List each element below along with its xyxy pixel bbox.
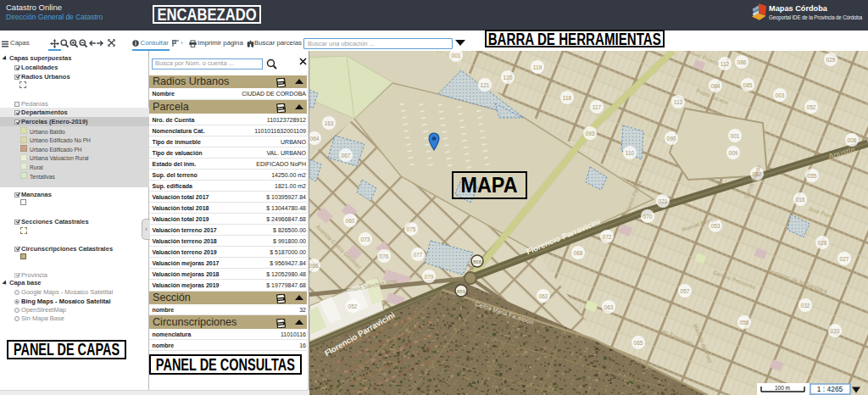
- svg-text:077: 077: [414, 252, 423, 258]
- svg-text:009: 009: [729, 150, 738, 156]
- svg-text:084: 084: [711, 83, 721, 89]
- svg-text:016: 016: [796, 197, 805, 203]
- svg-text:063: 063: [604, 304, 614, 310]
- svg-text:085: 085: [743, 82, 753, 88]
- svg-text:868: 868: [473, 259, 482, 264]
- svg-text:086: 086: [737, 59, 747, 65]
- svg-text:003: 003: [776, 92, 785, 98]
- svg-text:072: 072: [603, 234, 612, 240]
- svg-text:052: 052: [348, 303, 358, 309]
- svg-text:070: 070: [643, 214, 653, 220]
- svg-text:1 : 4265: 1 : 4265: [817, 385, 843, 393]
- svg-text:052: 052: [807, 104, 816, 110]
- svg-text:859: 859: [457, 289, 466, 294]
- svg-text:062: 062: [539, 293, 548, 299]
- svg-text:110: 110: [626, 150, 635, 156]
- svg-text:120: 120: [504, 75, 513, 81]
- svg-text:008: 008: [848, 137, 857, 143]
- svg-text:066: 066: [309, 263, 319, 269]
- svg-text:055: 055: [808, 173, 817, 179]
- svg-text:076: 076: [380, 253, 389, 259]
- svg-text:065: 065: [634, 340, 643, 346]
- svg-text:100 m: 100 m: [775, 385, 790, 391]
- svg-text:117: 117: [593, 104, 602, 110]
- svg-text:053: 053: [711, 223, 721, 229]
- svg-text:001: 001: [452, 53, 461, 58]
- svg-text:060: 060: [346, 218, 355, 224]
- svg-text:033: 033: [831, 328, 840, 334]
- svg-text:116: 116: [563, 95, 572, 101]
- svg-text:021: 021: [659, 198, 668, 204]
- svg-text:057: 057: [681, 288, 690, 294]
- svg-text:075: 075: [407, 226, 416, 232]
- svg-text:068: 068: [574, 250, 583, 256]
- svg-text:112: 112: [721, 61, 730, 67]
- svg-text:113: 113: [674, 99, 683, 105]
- svg-text:028: 028: [818, 240, 827, 246]
- svg-text:001: 001: [731, 133, 740, 139]
- svg-text:067: 067: [342, 153, 351, 159]
- svg-text:119: 119: [533, 64, 542, 70]
- svg-text:032: 032: [801, 303, 810, 309]
- svg-text:027: 027: [840, 256, 849, 262]
- svg-text:064: 064: [310, 136, 320, 142]
- svg-text:056: 056: [740, 320, 749, 325]
- svg-text:121: 121: [481, 82, 490, 88]
- svg-text:090: 090: [667, 136, 676, 142]
- svg-text:093: 093: [586, 131, 595, 136]
- svg-text:079: 079: [425, 274, 434, 280]
- svg-text:029: 029: [826, 57, 836, 63]
- svg-text:163: 163: [325, 120, 334, 126]
- svg-text:073: 073: [361, 236, 370, 242]
